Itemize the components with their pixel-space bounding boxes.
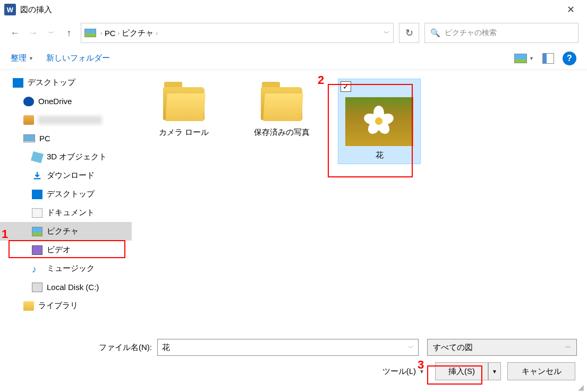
search-box[interactable]: 🔍 ピクチャの検索 bbox=[424, 23, 579, 43]
tools-menu[interactable]: ツール(L) ▼ bbox=[382, 367, 424, 377]
desktop-icon bbox=[13, 78, 23, 88]
chevron-down-icon: ▼ bbox=[529, 56, 534, 61]
tree-downloads[interactable]: ダウンロード bbox=[0, 166, 132, 185]
footer: ファイル名(N): 花 ﹀ すべての図 ﹀ ツール(L) ▼ 挿入(S) ▼ キ… bbox=[0, 334, 587, 392]
tree-local-disk[interactable]: Local Disk (C:) bbox=[0, 278, 132, 296]
folder-camera-roll[interactable]: カメラ ロール bbox=[142, 79, 225, 141]
tree-library[interactable]: ライブラリ bbox=[0, 296, 132, 315]
crumb-pc[interactable]: PC bbox=[105, 29, 116, 38]
refresh-button[interactable]: ↻ bbox=[399, 23, 419, 43]
chevron-right-icon[interactable]: › bbox=[100, 30, 103, 36]
image-thumbnail bbox=[345, 97, 413, 146]
filetype-filter[interactable]: すべての図 ﹀ bbox=[427, 339, 577, 356]
folder-saved-pictures[interactable]: 保存済みの写真 bbox=[240, 79, 323, 141]
insert-dropdown[interactable]: ▼ bbox=[488, 362, 501, 380]
resize-grip[interactable]: ◢ bbox=[578, 383, 585, 390]
organize-menu[interactable]: 整理 ▼ bbox=[11, 53, 33, 63]
disk-icon bbox=[32, 283, 42, 292]
checkbox-checked-icon[interactable]: ✓ bbox=[341, 81, 351, 92]
cancel-button[interactable]: キャンセル bbox=[507, 362, 575, 380]
filename-input[interactable]: 花 ﹀ bbox=[157, 339, 419, 356]
dialog-title: 図の挿入 bbox=[20, 5, 52, 15]
pc-icon bbox=[23, 134, 35, 143]
tree-desktop[interactable]: デスクトップ bbox=[0, 73, 132, 92]
chevron-right-icon[interactable]: › bbox=[118, 30, 120, 36]
tree-documents[interactable]: ドキュメント bbox=[0, 203, 132, 222]
body: デスクトップ OneDrive PC 3D オブジェクト ダウンロード デスクト… bbox=[0, 70, 587, 320]
onedrive-icon bbox=[23, 97, 34, 106]
user-icon bbox=[23, 115, 34, 125]
pictures-icon bbox=[32, 227, 42, 236]
search-placeholder: ピクチャの検索 bbox=[445, 28, 497, 38]
chevron-right-icon[interactable]: › bbox=[156, 30, 158, 36]
search-icon: 🔍 bbox=[430, 28, 440, 38]
chevron-down-icon: ▼ bbox=[492, 369, 497, 374]
toolbar: 整理 ▼ 新しいフォルダー ▼ ? bbox=[0, 47, 587, 70]
insert-button[interactable]: 挿入(S) bbox=[435, 362, 488, 380]
view-menu[interactable]: ▼ bbox=[514, 54, 534, 63]
folder-icon bbox=[23, 301, 34, 311]
folder-icon bbox=[258, 82, 305, 123]
tree-pc[interactable]: PC bbox=[0, 129, 132, 148]
video-icon bbox=[32, 245, 42, 255]
sidebar: デスクトップ OneDrive PC 3D オブジェクト ダウンロード デスクト… bbox=[0, 70, 132, 320]
insert-button-group: 挿入(S) ▼ bbox=[435, 362, 501, 380]
titlebar: W 図の挿入 ✕ bbox=[0, 0, 587, 19]
folder-icon bbox=[160, 82, 208, 123]
forward-button[interactable]: → bbox=[27, 27, 39, 39]
chevron-down-icon: ▼ bbox=[29, 56, 33, 61]
breadcrumb: › PC › ピクチャ › bbox=[100, 28, 158, 38]
tree-videos[interactable]: ビデオ bbox=[0, 241, 132, 259]
file-flower[interactable]: ✓ 花 bbox=[338, 79, 421, 164]
up-button[interactable]: ↑ bbox=[63, 27, 75, 39]
download-icon bbox=[32, 171, 42, 181]
close-button[interactable]: ✕ bbox=[558, 1, 583, 18]
thumbnail-view-icon bbox=[514, 54, 527, 63]
address-dropdown[interactable]: ﹀ bbox=[384, 29, 390, 38]
cube-icon bbox=[31, 151, 44, 163]
tree-desktop2[interactable]: デスクトップ bbox=[0, 185, 132, 203]
file-list[interactable]: カメラ ロール 保存済みの写真 ✓ 花 bbox=[132, 70, 587, 320]
chevron-down-icon: ▼ bbox=[419, 369, 424, 374]
tree-onedrive[interactable]: OneDrive bbox=[0, 92, 132, 110]
new-folder-button[interactable]: 新しいフォルダー bbox=[46, 53, 110, 63]
chevron-down-icon: ﹀ bbox=[565, 344, 571, 352]
preview-pane-button[interactable] bbox=[542, 53, 554, 64]
location-icon bbox=[84, 29, 96, 37]
navbar: ← → ﹀ ↑ › PC › ピクチャ › ﹀ ↻ 🔍 ピクチャの検索 bbox=[0, 19, 587, 47]
help-button[interactable]: ? bbox=[563, 52, 576, 65]
button-row: ツール(L) ▼ 挿入(S) ▼ キャンセル bbox=[10, 362, 577, 380]
crumb-pictures[interactable]: ピクチャ bbox=[122, 28, 154, 38]
toolbar-right: ▼ ? bbox=[514, 52, 576, 65]
filename-row: ファイル名(N): 花 ﹀ すべての図 ﹀ bbox=[10, 339, 577, 356]
music-icon: ♪ bbox=[32, 264, 42, 274]
document-icon bbox=[32, 208, 42, 218]
desktop-icon bbox=[32, 190, 42, 199]
tree-pictures[interactable]: ピクチャ bbox=[0, 222, 132, 241]
tree-user[interactable] bbox=[0, 110, 132, 129]
back-button[interactable]: ← bbox=[8, 27, 21, 39]
tree-music[interactable]: ♪ミュージック bbox=[0, 259, 132, 278]
chevron-down-icon[interactable]: ﹀ bbox=[408, 344, 414, 352]
filename-label: ファイル名(N): bbox=[99, 343, 152, 353]
tree-3d-objects[interactable]: 3D オブジェクト bbox=[0, 148, 132, 166]
word-icon: W bbox=[4, 4, 16, 15]
address-bar[interactable]: › PC › ピクチャ › ﹀ bbox=[81, 23, 394, 43]
recent-dropdown[interactable]: ﹀ bbox=[45, 27, 57, 39]
